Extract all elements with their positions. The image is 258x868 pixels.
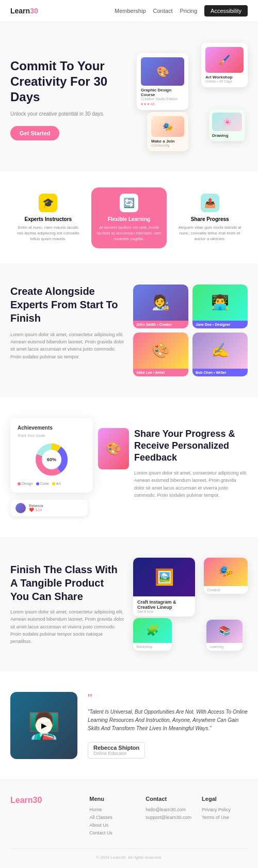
alongside-label-1: Jane Doe • Designer: [192, 321, 248, 328]
alongside-label-0: John Smith • Creator: [133, 321, 188, 328]
footer-contact: Contact hello@learn30.com support@learn3…: [146, 796, 191, 838]
testimonial-section: 👨‍🏫 ▶ " "Talent Is Universal, But Opport…: [0, 671, 258, 780]
navbar: Learn30 Membership Contact Pricing Acces…: [0, 0, 258, 22]
feature-title-0: Experts Instructors: [14, 216, 82, 222]
svg-text:60%: 60%: [47, 457, 56, 462]
nav-contact[interactable]: Contact: [153, 8, 173, 14]
alongside-label-2: Alice Lee • Artist: [133, 369, 188, 376]
hero-subtitle: Unlock your creative potential in 30 day…: [10, 110, 126, 118]
hero-left: Commit To Your Creativity For 30 Days Un…: [10, 43, 126, 140]
hero-card-bottom-right: 🌸 Drawing: [209, 109, 245, 141]
testimonial-role: Online Educator: [93, 751, 139, 756]
progress-left: Achievements Track Your Goals 60% Design…: [10, 418, 124, 516]
hero-cta-button[interactable]: Get Started: [10, 126, 59, 140]
feature-item-1: 🔄 Flexible Learning At laoreet facilisis…: [91, 187, 167, 248]
footer-link-classes[interactable]: All Classes: [89, 815, 135, 820]
footer: Learn30 Menu Home All Classes About Us C…: [0, 780, 258, 868]
feature-icon-1: 🔄: [120, 194, 138, 212]
hero-right: 🎨 Graphic Design Course Creative Studio …: [132, 43, 248, 156]
testimonial-text: "Talent Is Universal, But Opportunities …: [88, 708, 248, 733]
finish-main-content: Craft Instagram & Creative Lineup Get it…: [133, 596, 195, 617]
alongside-img-3: ✍️: [192, 333, 248, 369]
footer-email-hello[interactable]: hello@learn30.com: [146, 807, 191, 812]
progress-right: Share Your Progress & Receive Personaliz…: [134, 418, 248, 499]
footer-link-home[interactable]: Home: [89, 807, 135, 812]
feature-title-1: Flexible Learning: [95, 216, 163, 222]
footer-terms[interactable]: Terms of Use: [202, 815, 248, 820]
features-section: 🎓 Experts Instructors Enim at nunc, nam …: [0, 172, 258, 264]
finish-desc: Lorem ipsum dolor sit amet, consectetur …: [10, 608, 125, 645]
card-image-3: 🎭: [151, 116, 184, 137]
alongside-img-1: 👨‍💻: [192, 285, 248, 321]
finish-right: 🖼️ Craft Instagram & Creative Lineup Get…: [133, 558, 248, 651]
nav-membership[interactable]: Membership: [115, 8, 146, 14]
progress-social-card: Rebecca ❤️ 124: [10, 500, 88, 516]
alongside-section: Create Alongside Experts From Start To F…: [0, 264, 258, 397]
testimonial-name: Rebecca Shipton: [93, 745, 139, 751]
hero-card-main: 🎨 Graphic Design Course Creative Studio …: [137, 53, 188, 110]
alongside-card-0: 🧑‍🎨 John Smith • Creator: [133, 285, 188, 328]
footer-bottom: © 2024 Learn30. All rights reserved.: [10, 848, 248, 860]
progress-title: Share Your Progress & Receive Personaliz…: [134, 428, 248, 464]
finish-card-3: 📚 Learning: [206, 620, 243, 651]
footer-contact-title: Contact: [146, 796, 191, 802]
footer-legal-title: Legal: [202, 796, 248, 802]
finish-section: Finish The Class With A Tangible Product…: [0, 537, 258, 671]
nav-cta-button[interactable]: Accessibility: [204, 5, 248, 17]
alongside-card-1: 👨‍💻 Jane Doe • Designer: [192, 285, 248, 328]
finish-main-img: 🖼️: [133, 558, 195, 596]
nav-pricing[interactable]: Pricing: [180, 8, 197, 14]
progress-donut-chart: 60%: [34, 441, 70, 478]
alongside-card-2: 🎨 Alice Lee • Artist: [133, 333, 188, 376]
features-grid: 🎓 Experts Instructors Enim at nunc, nam …: [10, 187, 248, 248]
footer-logo: Learn30: [10, 796, 79, 805]
quote-icon: ": [88, 692, 248, 705]
feature-icon-0: 🎓: [39, 194, 57, 212]
finish-card-title: Craft Instagram & Creative Lineup: [137, 599, 191, 610]
finish-title: Finish The Class With A Tangible Product…: [10, 563, 125, 603]
footer-link-contact[interactable]: Contact Us: [89, 830, 135, 835]
social-info: Rebecca ❤️ 124: [29, 504, 43, 512]
progress-desc: Lorem ipsum dolor sit amet, consectetur …: [134, 469, 248, 499]
alongside-label-3: Bob Chen • Writer: [192, 369, 248, 376]
finish-sm-img-3: 📚: [206, 620, 243, 643]
alongside-desc: Lorem ipsum dolor sit amet, consectetur …: [10, 331, 125, 361]
progress-card: Achievements Track Your Goals 60% Design…: [10, 418, 93, 493]
testimonial-image: 👨‍🏫 ▶: [10, 692, 77, 759]
testimonial-name-badge: Rebecca Shipton Online Educator: [88, 742, 145, 759]
finish-sm-content-1: Creative: [204, 586, 248, 594]
progress-card-title: Achievements: [18, 425, 86, 431]
footer-email-support[interactable]: support@learn30.com: [146, 815, 191, 820]
hero-card-bottom: 🎭 Make a Join Community: [147, 112, 188, 151]
footer-privacy[interactable]: Privacy Policy: [202, 807, 248, 812]
finish-card-2: 🧩 Workshop: [133, 618, 172, 651]
card-image-1: 🎨: [141, 57, 184, 86]
hero-title: Commit To Your Creativity For 30 Days: [10, 58, 126, 105]
hero-card-side: 🖌️ Art Workshop Online • 30 Days: [201, 43, 248, 87]
finish-card-main: 🖼️ Craft Instagram & Creative Lineup Get…: [133, 558, 195, 617]
card-image-2: 🖌️: [205, 47, 244, 73]
feature-desc-1: At laoreet facilisis vel velit, morbi fa…: [95, 225, 163, 242]
alongside-card-3: ✍️ Bob Chen • Writer: [192, 333, 248, 376]
play-button[interactable]: ▶: [36, 717, 52, 734]
footer-link-about[interactable]: About Us: [89, 823, 135, 828]
nav-links: Membership Contact Pricing Accessibility: [115, 5, 248, 17]
feature-desc-0: Enim at nunc, nam mauris iaculis nisi la…: [14, 225, 82, 242]
alongside-title: Create Alongside Experts From Start To F…: [10, 285, 125, 325]
alongside-img-0: 🧑‍🎨: [133, 285, 188, 321]
footer-menu: Menu Home All Classes About Us Contact U…: [89, 796, 135, 838]
progress-chart-sub: Track Your Goals: [18, 434, 86, 437]
footer-menu-title: Menu: [89, 796, 135, 802]
footer-grid: Learn30 Menu Home All Classes About Us C…: [10, 796, 248, 838]
feature-desc-2: Aliquam vitae quis morbi blandit at nunc…: [176, 225, 244, 242]
feature-item-0: 🎓 Experts Instructors Enim at nunc, nam …: [10, 187, 86, 248]
footer-brand: Learn30: [10, 796, 79, 838]
card-image-4: 🌸: [212, 113, 242, 131]
finish-sm-img-2: 🧩: [133, 618, 172, 643]
alongside-right: 🧑‍🎨 John Smith • Creator 👨‍💻 Jane Doe • …: [133, 285, 248, 376]
progress-legend: Design Code Art: [18, 482, 86, 485]
progress-photo: 🎨: [98, 428, 129, 469]
alongside-img-2: 🎨: [133, 333, 188, 369]
feature-title-2: Share Progress: [176, 216, 244, 222]
progress-section: Achievements Track Your Goals 60% Design…: [0, 397, 258, 537]
